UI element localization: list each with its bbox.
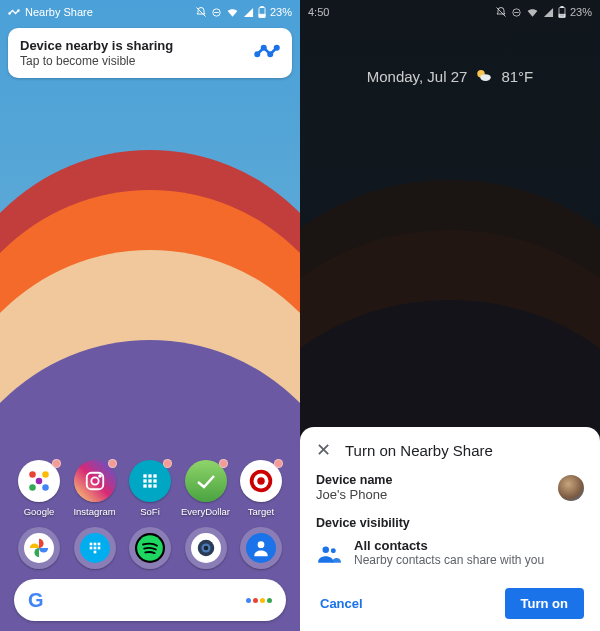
svg-point-31 (257, 477, 265, 485)
svg-rect-20 (143, 474, 146, 477)
signal-icon (543, 7, 554, 18)
sheet-title: Turn on Nearby Share (345, 442, 584, 459)
svg-rect-21 (148, 474, 151, 477)
app-label: Instagram (73, 506, 115, 517)
svg-point-8 (256, 53, 259, 56)
svg-point-0 (9, 13, 10, 14)
svg-rect-24 (148, 479, 151, 482)
svg-point-51 (481, 74, 492, 81)
svg-point-12 (29, 471, 36, 478)
status-bar: Nearby Share 23% (0, 0, 300, 22)
circle-icon (211, 7, 222, 18)
visibility-option-title: All contacts (354, 538, 544, 553)
visibility-option[interactable]: All contacts Nearby contacts can share w… (316, 538, 584, 570)
svg-rect-35 (89, 547, 92, 550)
notification-subtitle: Tap to become visible (20, 54, 254, 68)
cancel-button[interactable]: Cancel (316, 590, 367, 617)
account-avatar[interactable] (558, 475, 584, 501)
app-groupme[interactable] (70, 527, 120, 569)
svg-point-10 (269, 53, 272, 56)
svg-point-52 (323, 547, 330, 554)
weather-partly-cloudy-icon (475, 67, 493, 85)
app-label: Google (24, 506, 55, 517)
nearby-share-setup-sheet: ✕ Turn on Nearby Share Device name Joe's… (300, 427, 600, 631)
svg-rect-38 (93, 551, 96, 554)
app-spotify[interactable] (125, 527, 175, 569)
svg-rect-23 (143, 479, 146, 482)
svg-rect-26 (143, 484, 146, 487)
dnd-icon (195, 6, 207, 18)
svg-rect-22 (153, 474, 156, 477)
svg-rect-33 (93, 543, 96, 546)
app-contacts[interactable] (236, 527, 286, 569)
app-target[interactable]: Target (236, 460, 286, 517)
nearby-share-icon (254, 38, 280, 68)
app-everydollar[interactable]: EveryDollar (181, 460, 231, 517)
dnd-icon (495, 6, 507, 18)
nearby-share-icon (8, 6, 20, 18)
svg-rect-36 (93, 547, 96, 550)
google-search-bar[interactable]: G (14, 579, 286, 621)
left-phone-home-screen: Nearby Share 23% Device nearby is sharin… (0, 0, 300, 631)
svg-point-11 (275, 46, 278, 49)
contacts-group-icon (316, 540, 342, 570)
circle-icon (511, 7, 522, 18)
status-time: 4:50 (308, 6, 329, 18)
app-google[interactable]: Google (14, 460, 64, 517)
svg-rect-7 (259, 14, 265, 17)
notification-title: Device nearby is sharing (20, 38, 254, 53)
svg-rect-34 (97, 543, 100, 546)
signal-icon (243, 7, 254, 18)
wifi-icon (526, 6, 539, 19)
svg-point-18 (91, 477, 98, 484)
device-visibility-label: Device visibility (316, 516, 584, 530)
svg-point-9 (262, 46, 265, 49)
turn-on-button[interactable]: Turn on (505, 588, 584, 619)
app-photos[interactable] (14, 527, 64, 569)
battery-icon (558, 6, 566, 18)
svg-rect-48 (561, 6, 563, 8)
app-sofi[interactable]: SoFi (125, 460, 175, 517)
svg-point-1 (18, 10, 19, 11)
svg-rect-28 (153, 484, 156, 487)
assistant-icon[interactable] (246, 598, 272, 603)
svg-point-15 (42, 484, 49, 491)
svg-rect-37 (97, 547, 100, 550)
wifi-icon (226, 6, 239, 19)
battery-percent: 23% (270, 6, 292, 18)
svg-rect-49 (559, 14, 565, 17)
app-label: SoFi (140, 506, 160, 517)
date-text: Monday, Jul 27 (367, 68, 468, 85)
svg-point-13 (42, 471, 49, 478)
battery-icon (258, 6, 266, 18)
app-instagram[interactable]: Instagram (70, 460, 120, 517)
google-g-icon: G (28, 589, 43, 612)
svg-point-43 (258, 541, 265, 548)
battery-percent: 23% (570, 6, 592, 18)
svg-point-53 (331, 548, 336, 553)
svg-point-16 (36, 478, 43, 485)
nearby-share-notification[interactable]: Device nearby is sharing Tap to become v… (8, 28, 292, 78)
app-label: EveryDollar (181, 506, 230, 517)
svg-point-42 (203, 546, 208, 551)
close-button[interactable]: ✕ (316, 441, 331, 459)
device-name-label: Device name (316, 473, 558, 487)
status-app-label: Nearby Share (25, 6, 93, 18)
device-name-value[interactable]: Joe's Phone (316, 487, 558, 502)
svg-point-14 (29, 484, 36, 491)
weather-temp: 81°F (501, 68, 533, 85)
svg-rect-6 (261, 6, 263, 8)
svg-rect-32 (89, 543, 92, 546)
app-grid: Google Instagram SoFi EveryDollar (0, 450, 300, 569)
svg-rect-27 (148, 484, 151, 487)
visibility-option-subtitle: Nearby contacts can share with you (354, 553, 544, 567)
lockscreen-date-weather: Monday, Jul 27 81°F (300, 67, 600, 85)
svg-point-19 (99, 475, 101, 477)
app-label: Target (248, 506, 274, 517)
svg-rect-25 (153, 479, 156, 482)
right-phone-sheet: 4:50 23% Monday, Jul 27 81°F ✕ Turn on N… (300, 0, 600, 631)
app-camera[interactable] (181, 527, 231, 569)
status-bar: 4:50 23% (300, 0, 600, 22)
